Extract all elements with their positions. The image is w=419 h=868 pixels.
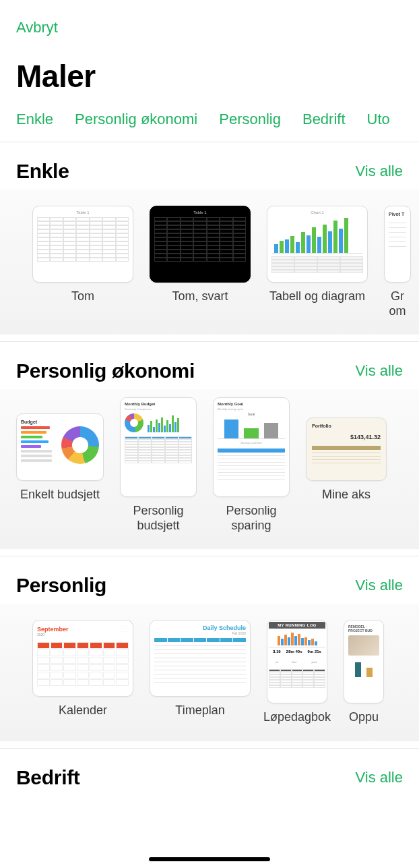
template-label: Gr om	[384, 289, 411, 318]
template-label: Personlig sparing	[213, 504, 290, 533]
template-thumbnail: Budget	[16, 413, 104, 481]
template-label: Oppu	[344, 710, 384, 725]
template-thumbnail: Portfolio $143,41.32	[306, 417, 387, 481]
template-thumbnail: Daily Schedule Fall 2020	[150, 620, 251, 697]
template-label: Enkelt budsjett	[20, 488, 100, 502]
cancel-button[interactable]: Avbryt	[16, 19, 58, 36]
template-timeplan[interactable]: Daily Schedule Fall 2020 Timeplan	[150, 620, 251, 725]
template-personlig-sparing[interactable]: Monthly Goal Monthly savings goal Goal S…	[213, 397, 290, 533]
tab-utdanning[interactable]: Uto	[367, 111, 390, 128]
view-all-enkle[interactable]: Vis alle	[355, 163, 403, 180]
template-label: Mine aks	[322, 488, 370, 502]
template-partial[interactable]: Pivot T Gr om	[384, 206, 411, 318]
template-label: Timeplan	[175, 703, 224, 718]
template-thumbnail: Table 1	[150, 206, 251, 283]
view-all-personlig-okonomi[interactable]: Vis alle	[355, 362, 403, 380]
section-title-personlig-okonomi: Personlig økonomi	[16, 359, 195, 382]
template-thumbnail: September 2020 · · · · · · ·· · · · · · …	[32, 620, 133, 697]
template-tabell-og-diagram[interactable]: Chart 1 Tabell og d	[267, 206, 368, 318]
section-bedrift: Bedrift Vis alle	[0, 748, 419, 803]
view-all-bedrift[interactable]: Vis alle	[355, 769, 403, 786]
template-label: Tabell og diagram	[269, 289, 365, 304]
template-tom-svart[interactable]: Table 1 Tom, svart	[150, 206, 251, 318]
template-label: Personlig budsjett	[120, 504, 197, 533]
template-thumbnail: Monthly Budget Summary of expenses	[120, 397, 197, 497]
view-all-personlig[interactable]: Vis alle	[355, 577, 403, 594]
tab-bedrift[interactable]: Bedrift	[302, 111, 346, 128]
section-title-enkle: Enkle	[16, 160, 69, 183]
template-label: Kalender	[59, 703, 107, 718]
tab-personlig[interactable]: Personlig	[219, 111, 281, 128]
template-label: Tom, svart	[172, 289, 228, 304]
home-indicator[interactable]	[149, 857, 270, 861]
template-thumbnail: Table 1	[32, 206, 133, 283]
template-kalender[interactable]: September 2020 · · · · · · ·· · · · · · …	[32, 620, 133, 725]
section-personlig-okonomi: Personlig økonomi Vis alle Budget Enkelt…	[0, 341, 419, 556]
template-mine-aksjer[interactable]: Portfolio $143,41.32 Mine aks	[306, 397, 387, 533]
template-tom[interactable]: Table 1 Tom	[32, 206, 133, 318]
template-label: Tom	[71, 289, 94, 304]
section-title-bedrift: Bedrift	[16, 766, 80, 789]
template-lopedagbok[interactable]: MY RUNNING LOG 3.19mi 28m 40stime 9m 21s…	[267, 620, 327, 725]
section-title-personlig: Personlig	[16, 574, 106, 597]
category-tabs: Enkle Personlig økonomi Personlig Bedrif…	[0, 94, 419, 142]
template-thumbnail: Pivot T	[384, 206, 411, 283]
template-personlig-budsjett[interactable]: Monthly Budget Summary of expenses	[120, 397, 197, 533]
template-thumbnail: REMODEL · PROJECT BUD	[344, 620, 384, 703]
template-thumbnail: Monthly Goal Monthly savings goal Goal S…	[213, 397, 290, 497]
template-thumbnail: Chart 1	[267, 206, 368, 283]
tab-personlig-okonomi[interactable]: Personlig økonomi	[75, 111, 197, 128]
ring-chart-icon	[125, 413, 143, 432]
template-thumbnail: MY RUNNING LOG 3.19mi 28m 40stime 9m 21s…	[267, 620, 327, 703]
template-enkelt-budsjett[interactable]: Budget Enkelt budsjett	[16, 397, 104, 533]
section-personlig: Personlig Vis alle September 2020 · · · …	[0, 556, 419, 748]
section-enkle: Enkle Vis alle Table 1	[0, 142, 419, 341]
tab-enkle[interactable]: Enkle	[16, 111, 53, 128]
template-label: Løpedagbok	[263, 710, 331, 725]
page-title: Maler	[16, 58, 403, 94]
donut-chart-icon	[61, 426, 99, 464]
template-oppussing[interactable]: REMODEL · PROJECT BUD Oppu	[344, 620, 384, 725]
